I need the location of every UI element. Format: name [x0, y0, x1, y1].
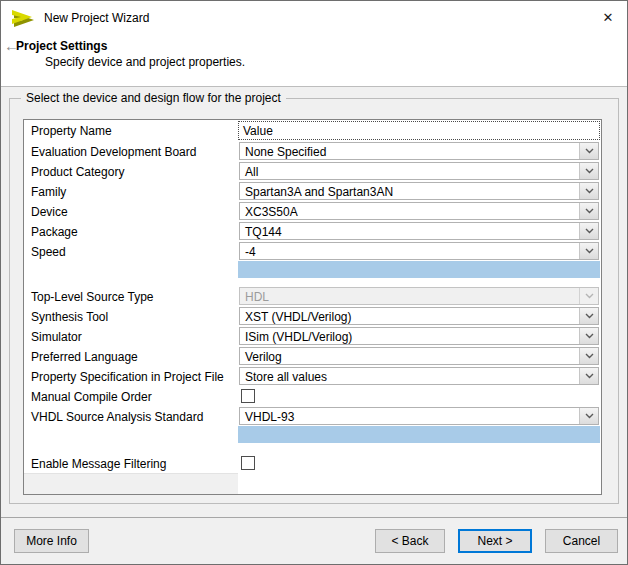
- chevron-down-icon: [585, 373, 594, 379]
- dropdown-selected-value: Spartan3A and Spartan3AN: [240, 183, 579, 199]
- value-cell: XC3S50A: [238, 201, 601, 221]
- dropdown-button[interactable]: [579, 368, 598, 384]
- dropdown-selected-value: -4: [240, 243, 579, 259]
- chevron-down-icon: [585, 208, 594, 214]
- vhdl-source-analysis-standard-dropdown[interactable]: VHDL-93: [239, 407, 599, 425]
- table-row-spacer2: [24, 443, 601, 453]
- step-title: Project Settings: [16, 39, 107, 53]
- table-row-filler: [24, 473, 601, 494]
- value-cell: None Specified: [238, 141, 601, 161]
- property-specification-in-project-file-dropdown[interactable]: Store all values: [239, 367, 599, 385]
- table-row-preferred-language: Preferred LanguageVerilog: [24, 346, 601, 366]
- property-label-preferred-language: Preferred Language: [24, 346, 238, 366]
- column-header-value[interactable]: Value: [238, 121, 600, 140]
- property-label-enable-message-filtering: Enable Message Filtering: [24, 453, 238, 473]
- column-header-property-name: Property Name: [24, 120, 238, 141]
- property-label-evaluation-development-board: Evaluation Development Board: [24, 141, 238, 161]
- speed-dropdown[interactable]: -4: [239, 242, 599, 260]
- dialog-body: Select the device and design flow for th…: [1, 87, 627, 517]
- dropdown-button[interactable]: [579, 348, 598, 364]
- evaluation-development-board-dropdown[interactable]: None Specified: [239, 142, 599, 160]
- chevron-down-icon: [585, 333, 594, 339]
- step-subtitle: Specify device and project properties.: [45, 55, 627, 69]
- property-label-device: Device: [24, 201, 238, 221]
- table-row-package: PackageTQ144: [24, 221, 601, 241]
- dropdown-button[interactable]: [579, 308, 598, 324]
- dropdown-selected-value: TQ144: [240, 223, 579, 239]
- dropdown-button[interactable]: [579, 163, 598, 179]
- preferred-language-dropdown[interactable]: Verilog: [239, 347, 599, 365]
- value-cell: Store all values: [238, 366, 601, 386]
- value-cell: All: [238, 161, 601, 181]
- dropdown-button[interactable]: [579, 203, 598, 219]
- dropdown-selected-value: XST (VHDL/Verilog): [240, 308, 579, 324]
- dropdown-button[interactable]: [579, 183, 598, 199]
- table-row-vhdl-source-analysis-standard: VHDL Source Analysis StandardVHDL-93: [24, 406, 601, 426]
- back-button[interactable]: < Back: [375, 529, 445, 553]
- dropdown-button[interactable]: [579, 328, 598, 344]
- property-label-manual-compile-order: Manual Compile Order: [24, 386, 238, 406]
- device-dropdown[interactable]: XC3S50A: [239, 202, 599, 220]
- chevron-down-icon: [585, 313, 594, 319]
- title-bar: New Project Wizard ✕: [1, 1, 627, 34]
- simulator-dropdown[interactable]: ISim (VHDL/Verilog): [239, 327, 599, 345]
- manual-compile-order-checkbox[interactable]: [241, 389, 255, 403]
- property-label-property-specification-in-project-file: Property Specification in Project File: [24, 366, 238, 386]
- top-level-source-type-dropdown: HDL: [239, 287, 599, 305]
- window-title: New Project Wizard: [44, 11, 149, 25]
- more-info-button[interactable]: More Info: [14, 529, 89, 553]
- value-cell: XST (VHDL/Verilog): [238, 306, 601, 326]
- dropdown-button[interactable]: [579, 223, 598, 239]
- dropdown-button[interactable]: [579, 408, 598, 424]
- dropdown-selected-value: Store all values: [240, 368, 579, 384]
- table-row-highlight: [24, 261, 601, 278]
- property-label-family: Family: [24, 181, 238, 201]
- table-row-enable-message-filtering: Enable Message Filtering: [24, 453, 601, 473]
- chevron-down-icon: [585, 188, 594, 194]
- dropdown-button: [579, 288, 598, 304]
- cancel-button[interactable]: Cancel: [545, 529, 618, 553]
- value-cell: [238, 443, 601, 453]
- table-row-product-category: Product CategoryAll: [24, 161, 601, 181]
- table-row-synthesis-tool: Synthesis ToolXST (VHDL/Verilog): [24, 306, 601, 326]
- property-cell-empty: [24, 426, 238, 443]
- device-design-flow-groupbox: Select the device and design flow for th…: [9, 98, 619, 504]
- property-cell-empty: [24, 443, 238, 453]
- value-cell: TQ144: [238, 221, 601, 241]
- chevron-down-icon: [585, 228, 594, 234]
- property-label-synthesis-tool: Synthesis Tool: [24, 306, 238, 326]
- package-dropdown[interactable]: TQ144: [239, 222, 599, 240]
- chevron-down-icon: [585, 148, 594, 154]
- value-cell: [238, 453, 601, 473]
- property-label-package: Package: [24, 221, 238, 241]
- chevron-down-icon: [585, 168, 594, 174]
- product-category-dropdown[interactable]: All: [239, 162, 599, 180]
- dropdown-selected-value: None Specified: [240, 143, 579, 159]
- dropdown-selected-value: VHDL-93: [240, 408, 579, 424]
- property-table: Property Name Value Evaluation Developme…: [23, 119, 602, 495]
- synthesis-tool-dropdown[interactable]: XST (VHDL/Verilog): [239, 307, 599, 325]
- property-label-product-category: Product Category: [24, 161, 238, 181]
- chevron-down-icon: [585, 293, 594, 299]
- next-button[interactable]: Next >: [458, 529, 532, 553]
- dropdown-selected-value: Verilog: [240, 348, 579, 364]
- close-button[interactable]: ✕: [589, 1, 627, 34]
- table-row-top-level-source-type: Top-Level Source TypeHDL: [24, 286, 601, 306]
- button-bar: More Info < Back Next > Cancel: [1, 517, 627, 564]
- family-dropdown[interactable]: Spartan3A and Spartan3AN: [239, 182, 599, 200]
- groupbox-label: Select the device and design flow for th…: [21, 91, 286, 105]
- value-cell: Verilog: [238, 346, 601, 366]
- dropdown-button[interactable]: [579, 243, 598, 259]
- chevron-down-icon: [585, 353, 594, 359]
- property-cell-empty: [24, 473, 238, 494]
- enable-message-filtering-checkbox[interactable]: [241, 456, 255, 470]
- property-label-speed: Speed: [24, 241, 238, 261]
- property-label-vhdl-source-analysis-standard: VHDL Source Analysis Standard: [24, 406, 238, 426]
- value-cell: Spartan3A and Spartan3AN: [238, 181, 601, 201]
- dropdown-selected-value: HDL: [240, 288, 579, 304]
- close-icon: ✕: [603, 10, 614, 25]
- table-row-manual-compile-order: Manual Compile Order: [24, 386, 601, 406]
- dropdown-button[interactable]: [579, 143, 598, 159]
- highlighted-empty-cell: [238, 261, 600, 278]
- table-row-evaluation-development-board: Evaluation Development BoardNone Specifi…: [24, 141, 601, 161]
